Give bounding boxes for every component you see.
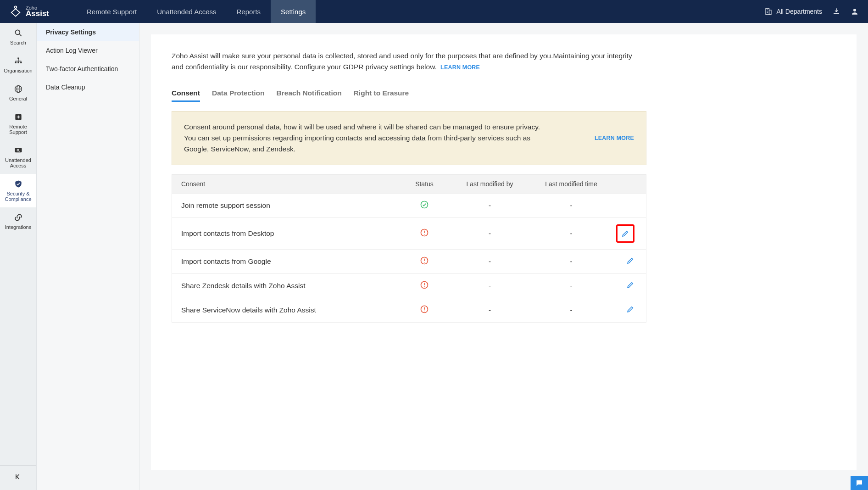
plus-square-icon [14, 112, 23, 122]
table-row: Share Zendesk details with Zoho Assist -… [172, 273, 646, 298]
svg-point-0 [15, 6, 17, 8]
rail-remote-support[interactable]: Remote Support [0, 107, 36, 140]
intro-body: Zoho Assist will make sure your personal… [172, 52, 632, 71]
nav-unattended-access[interactable]: Unattended Access [147, 0, 226, 23]
assist-logo-icon [9, 5, 22, 18]
row-lmt: - [532, 282, 610, 290]
table-row: Share ServiceNow details with Zoho Assis… [172, 298, 646, 322]
row-consent-label: Import contacts from Desktop [181, 229, 401, 238]
rail-general-label: General [9, 96, 27, 101]
intro-text: Zoho Assist will make sure your personal… [172, 50, 640, 72]
rail-organisation[interactable]: Organisation [0, 51, 36, 79]
collapse-icon [14, 472, 23, 481]
svg-rect-8 [20, 62, 22, 63]
svg-point-20 [424, 286, 425, 287]
svg-point-22 [424, 311, 425, 312]
row-consent-label: Share ServiceNow details with Zoho Assis… [181, 306, 401, 314]
row-lmt: - [532, 306, 610, 314]
table-row: Join remote support session - - [172, 193, 646, 217]
logo-text: Zoho Assist [26, 6, 49, 17]
svg-rect-5 [17, 58, 19, 59]
rail-search[interactable]: Search [0, 23, 36, 51]
top-header: Zoho Assist Remote Support Unattended Ac… [0, 0, 868, 23]
sub-privacy-settings[interactable]: Privacy Settings [37, 23, 139, 41]
consent-info-banner: Consent around personal data, how it wil… [172, 111, 646, 165]
rail-organisation-label: Organisation [4, 68, 32, 73]
shield-icon [14, 179, 23, 189]
chat-fab[interactable] [851, 476, 868, 490]
row-lmb: - [447, 282, 532, 290]
rail-security-compliance[interactable]: Security & Compliance [0, 174, 36, 207]
brand-bottom: Assist [26, 10, 49, 17]
svg-point-16 [424, 234, 425, 235]
tab-consent[interactable]: Consent [172, 85, 200, 101]
departments-label: All Departments [776, 8, 822, 15]
left-rail: Search Organisation General Remote Suppo… [0, 23, 37, 490]
user-icon[interactable] [851, 7, 859, 16]
svg-point-18 [424, 262, 425, 263]
row-lmt: - [532, 229, 610, 238]
row-lmb: - [447, 257, 532, 266]
th-status: Status [401, 180, 447, 188]
tab-data-protection[interactable]: Data Protection [212, 85, 265, 101]
svg-rect-12 [15, 148, 22, 152]
tab-right-to-erasure[interactable]: Right to Erasure [354, 85, 409, 101]
privacy-tabs: Consent Data Protection Breach Notificat… [172, 85, 836, 101]
departments-selector[interactable]: All Departments [764, 7, 822, 16]
svg-rect-6 [15, 62, 16, 63]
rail-security-compliance-label: Security & Compliance [2, 191, 34, 202]
rail-unattended-access-label: Unattended Access [2, 157, 34, 168]
svg-point-14 [421, 201, 428, 208]
sub-two-factor-authentication[interactable]: Two-factor Authentication [37, 60, 139, 78]
table-row: Import contacts from Desktop - - [172, 217, 646, 249]
nav-reports[interactable]: Reports [227, 0, 271, 23]
banner-learn-more-link[interactable]: LEARN MORE [576, 124, 634, 152]
status-warning-icon [420, 228, 429, 237]
row-consent-label: Join remote support session [181, 201, 401, 210]
th-last-modified-time: Last modified time [532, 180, 610, 188]
content-card: Zoho Assist will make sure your personal… [151, 34, 857, 470]
logo[interactable]: Zoho Assist [0, 5, 58, 18]
nav-remote-support[interactable]: Remote Support [77, 0, 147, 23]
rail-collapse[interactable] [0, 465, 36, 490]
rail-general[interactable]: General [0, 79, 36, 107]
highlighted-edit [616, 224, 634, 243]
svg-point-4 [15, 30, 20, 34]
rail-unattended-access[interactable]: Unattended Access [0, 140, 36, 174]
intro-learn-more-link[interactable]: LEARN MORE [440, 64, 480, 71]
row-lmt: - [532, 257, 610, 266]
svg-rect-1 [766, 8, 769, 15]
row-lmb: - [447, 201, 532, 210]
status-warning-icon [420, 256, 429, 265]
consent-info-text: Consent around personal data, how it wil… [184, 122, 551, 155]
rail-integrations-label: Integrations [5, 224, 31, 230]
row-lmb: - [447, 306, 532, 314]
row-lmb: - [447, 229, 532, 238]
monitor-search-icon [14, 146, 23, 155]
tab-breach-notification[interactable]: Breach Notification [277, 85, 342, 101]
row-consent-label: Import contacts from Google [181, 257, 401, 266]
consent-table: Consent Status Last modified by Last mod… [172, 174, 646, 323]
table-row: Import contacts from Google - - [172, 249, 646, 273]
edit-icon[interactable] [626, 305, 634, 313]
edit-icon[interactable] [626, 281, 634, 289]
row-consent-label: Share Zendesk details with Zoho Assist [181, 282, 401, 290]
row-lmt: - [532, 201, 610, 210]
sub-data-cleanup[interactable]: Data Cleanup [37, 78, 139, 96]
edit-icon[interactable] [626, 256, 634, 265]
svg-rect-2 [769, 10, 772, 15]
departments-icon [764, 7, 773, 16]
rail-integrations[interactable]: Integrations [0, 207, 36, 235]
svg-point-3 [853, 9, 856, 11]
main-area: Zoho Assist will make sure your personal… [139, 23, 868, 490]
top-nav: Remote Support Unattended Access Reports… [77, 0, 316, 23]
nav-settings[interactable]: Settings [271, 0, 316, 23]
chat-icon [855, 479, 863, 487]
edit-icon[interactable] [621, 229, 629, 238]
th-consent: Consent [181, 180, 401, 188]
download-icon[interactable] [832, 7, 840, 16]
sub-action-log-viewer[interactable]: Action Log Viewer [37, 41, 139, 60]
header-right: All Departments [764, 7, 868, 16]
status-warning-icon [420, 305, 429, 314]
rail-remote-support-label: Remote Support [2, 124, 34, 135]
